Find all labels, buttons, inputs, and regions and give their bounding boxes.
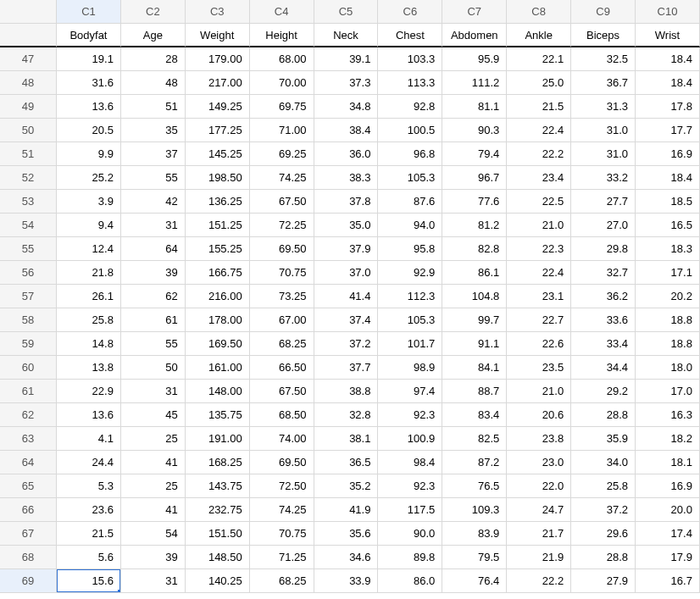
data-cell[interactable]: 22.2 xyxy=(507,569,571,593)
data-cell[interactable]: 21.5 xyxy=(507,95,571,119)
data-cell[interactable]: 17.1 xyxy=(636,261,700,285)
data-cell[interactable]: 22.0 xyxy=(507,474,571,498)
data-cell[interactable]: 29.2 xyxy=(571,380,636,403)
data-cell[interactable]: 77.6 xyxy=(442,190,507,214)
data-cell[interactable]: 18.4 xyxy=(636,47,700,71)
data-cell[interactable]: 33.6 xyxy=(571,308,636,332)
data-cell[interactable]: 151.25 xyxy=(186,214,250,237)
data-cell[interactable]: 168.25 xyxy=(186,451,250,474)
data-cell[interactable]: 21.0 xyxy=(507,380,571,403)
data-cell[interactable]: 3.9 xyxy=(57,190,121,214)
data-cell[interactable]: 27.7 xyxy=(571,190,636,214)
row-header[interactable]: 65 xyxy=(0,474,57,498)
data-cell[interactable]: 72.25 xyxy=(250,214,314,237)
data-cell[interactable]: 103.3 xyxy=(378,47,442,71)
data-cell[interactable]: 20.6 xyxy=(507,403,571,427)
data-cell[interactable]: 32.7 xyxy=(571,261,636,285)
data-cell[interactable]: 37.9 xyxy=(314,237,379,261)
data-cell[interactable]: 97.4 xyxy=(378,380,442,403)
row-header[interactable]: 52 xyxy=(0,166,57,190)
row-header[interactable]: 54 xyxy=(0,214,57,237)
data-cell[interactable]: 74.25 xyxy=(250,166,314,190)
data-cell[interactable]: 94.0 xyxy=(378,214,442,237)
data-cell[interactable]: 111.2 xyxy=(442,71,507,95)
data-cell[interactable]: 21.5 xyxy=(57,522,121,546)
column-name[interactable]: Neck xyxy=(314,24,379,47)
data-cell[interactable]: 92.9 xyxy=(378,261,442,285)
column-name[interactable]: Abdomen xyxy=(442,24,507,47)
row-header[interactable]: 55 xyxy=(0,237,57,261)
data-cell[interactable]: 31 xyxy=(121,569,186,593)
data-cell[interactable]: 104.8 xyxy=(442,285,507,308)
data-cell[interactable]: 79.4 xyxy=(442,142,507,166)
data-cell[interactable]: 13.6 xyxy=(57,403,121,427)
data-cell[interactable]: 96.8 xyxy=(378,142,442,166)
data-cell[interactable]: 23.8 xyxy=(507,427,571,451)
data-cell[interactable]: 35.6 xyxy=(314,522,379,546)
data-cell[interactable]: 31.0 xyxy=(571,119,636,142)
data-cell[interactable]: 35.9 xyxy=(571,427,636,451)
data-cell[interactable]: 37.4 xyxy=(314,308,379,332)
data-cell[interactable]: 22.1 xyxy=(507,47,571,71)
data-cell[interactable]: 166.75 xyxy=(186,261,250,285)
data-cell[interactable]: 13.8 xyxy=(57,356,121,380)
data-cell[interactable]: 17.7 xyxy=(636,119,700,142)
column-header[interactable]: C3 xyxy=(186,0,250,24)
data-cell[interactable]: 67.00 xyxy=(250,308,314,332)
data-cell[interactable]: 16.9 xyxy=(636,474,700,498)
column-name[interactable]: Chest xyxy=(378,24,442,47)
data-cell[interactable]: 169.50 xyxy=(186,332,250,356)
data-cell[interactable]: 38.3 xyxy=(314,166,379,190)
data-cell[interactable]: 9.9 xyxy=(57,142,121,166)
data-cell[interactable]: 18.3 xyxy=(636,237,700,261)
data-cell[interactable]: 16.9 xyxy=(636,142,700,166)
data-cell[interactable]: 18.4 xyxy=(636,166,700,190)
data-cell[interactable]: 15.6 xyxy=(57,569,121,593)
data-cell[interactable]: 5.6 xyxy=(57,546,121,569)
row-header[interactable]: 68 xyxy=(0,546,57,569)
row-header[interactable]: 57 xyxy=(0,285,57,308)
data-cell[interactable]: 69.25 xyxy=(250,142,314,166)
column-name[interactable]: Biceps xyxy=(571,24,636,47)
data-cell[interactable]: 22.4 xyxy=(507,119,571,142)
data-cell[interactable]: 32.8 xyxy=(314,403,379,427)
data-cell[interactable]: 38.4 xyxy=(314,119,379,142)
data-cell[interactable]: 67.50 xyxy=(250,380,314,403)
data-cell[interactable]: 18.1 xyxy=(636,451,700,474)
data-cell[interactable]: 98.4 xyxy=(378,451,442,474)
data-cell[interactable]: 82.5 xyxy=(442,427,507,451)
data-cell[interactable]: 19.1 xyxy=(57,47,121,71)
data-cell[interactable]: 28.8 xyxy=(571,546,636,569)
data-cell[interactable]: 4.1 xyxy=(57,427,121,451)
data-cell[interactable]: 69.50 xyxy=(250,237,314,261)
data-cell[interactable]: 66.50 xyxy=(250,356,314,380)
data-cell[interactable]: 38.1 xyxy=(314,427,379,451)
data-cell[interactable]: 74.00 xyxy=(250,427,314,451)
data-cell[interactable]: 91.1 xyxy=(442,332,507,356)
data-cell[interactable]: 28 xyxy=(121,47,186,71)
data-cell[interactable]: 29.8 xyxy=(571,237,636,261)
data-cell[interactable]: 35.0 xyxy=(314,214,379,237)
data-cell[interactable]: 24.7 xyxy=(507,498,571,522)
data-cell[interactable]: 55 xyxy=(121,166,186,190)
data-cell[interactable]: 25.2 xyxy=(57,166,121,190)
row-header[interactable]: 59 xyxy=(0,332,57,356)
data-cell[interactable]: 76.5 xyxy=(442,474,507,498)
data-cell[interactable]: 136.25 xyxy=(186,190,250,214)
column-name[interactable]: Age xyxy=(121,24,186,47)
data-cell[interactable]: 68.00 xyxy=(250,47,314,71)
data-cell[interactable]: 37.2 xyxy=(571,498,636,522)
data-cell[interactable]: 83.9 xyxy=(442,522,507,546)
data-cell[interactable]: 25 xyxy=(121,427,186,451)
data-cell[interactable]: 90.3 xyxy=(442,119,507,142)
data-cell[interactable]: 143.75 xyxy=(186,474,250,498)
row-header[interactable]: 51 xyxy=(0,142,57,166)
data-cell[interactable]: 37.3 xyxy=(314,71,379,95)
data-cell[interactable]: 17.0 xyxy=(636,380,700,403)
row-header[interactable]: 61 xyxy=(0,380,57,403)
data-cell[interactable]: 36.7 xyxy=(571,71,636,95)
data-cell[interactable]: 24.4 xyxy=(57,451,121,474)
data-cell[interactable]: 20.0 xyxy=(636,498,700,522)
data-cell[interactable]: 22.6 xyxy=(507,332,571,356)
column-name[interactable]: Ankle xyxy=(507,24,571,47)
